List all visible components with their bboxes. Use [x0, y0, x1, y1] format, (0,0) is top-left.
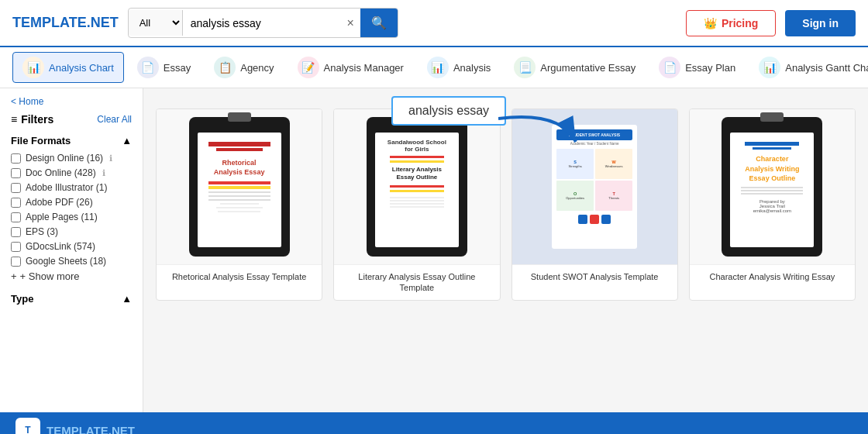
pricing-label: Pricing: [722, 17, 758, 29]
type-title: Type ▲: [11, 293, 132, 305]
template-label-literary: Literary Analysis Essay Outline Template: [334, 264, 499, 300]
footer-logo-suffix: .NET: [108, 424, 135, 435]
card2-school-name: Sandalwood Schoolfor Girls: [381, 139, 453, 153]
template-preview-rhetorical: RhetoricalAnalysis Essay: [157, 109, 322, 264]
argumentative-icon: 📃: [514, 57, 536, 78]
bar-yellow-1: [208, 186, 270, 189]
doc-icon: [601, 215, 611, 224]
search-category-select[interactable]: All: [129, 10, 183, 36]
category-label: Essay Plan: [685, 62, 735, 74]
footer-logo-text: TEMPLATE.NET: [46, 424, 135, 435]
clear-all-button[interactable]: Clear All: [97, 114, 132, 125]
template-card-literary[interactable]: Sandalwood Schoolfor Girls Literary Anal…: [333, 108, 500, 301]
line-1c: [208, 199, 270, 201]
logo-suffix: .NET: [87, 15, 119, 30]
bar-red-2: [390, 156, 444, 158]
agency-icon: 📋: [214, 57, 236, 78]
annotation-box: analysis essay: [391, 96, 506, 126]
category-item-essay-plan[interactable]: 📄 Essay Plan: [649, 52, 746, 83]
pricing-button[interactable]: 👑 Pricing: [686, 10, 776, 36]
line-2c: [390, 203, 444, 205]
card2-title: Literary AnalysisEssay Outline: [381, 166, 453, 182]
format-apple-pages: Apple Pages (11): [11, 212, 132, 222]
format-gdocslink-checkbox[interactable]: [11, 242, 21, 252]
format-doc-online-label: Doc Online (428): [26, 167, 96, 178]
category-item-argumentative[interactable]: 📃 Argumentative Essay: [504, 52, 646, 83]
format-adobe-pdf-label: Adobe PDF (26): [26, 197, 93, 208]
footer: T TEMPLATE.NET: [0, 412, 868, 434]
search-input[interactable]: [183, 11, 341, 36]
template-preview-literary: Sandalwood Schoolfor Girls Literary Anal…: [334, 109, 499, 264]
gantt-icon: 📊: [759, 57, 780, 78]
template-label-rhetorical: Rhetorical Analysis Essay Template: [157, 264, 322, 288]
info-icon[interactable]: ℹ: [109, 153, 112, 164]
category-label: Essay: [164, 62, 191, 74]
format-adobe-illustrator-checkbox[interactable]: [11, 183, 21, 193]
logo: TEMPLATE.NET: [12, 15, 119, 31]
card1-title: RhetoricalAnalysis Essay: [204, 159, 275, 177]
format-doc-online-checkbox[interactable]: [11, 168, 21, 178]
line-2a: [390, 197, 444, 198]
format-apple-pages-label: Apple Pages (11): [26, 212, 98, 222]
collapse-icon[interactable]: ▲: [122, 135, 132, 146]
clipboard-2: Sandalwood Schoolfor Girls Literary Anal…: [367, 117, 467, 257]
format-gdocslink-label: GDocsLink (574): [26, 241, 95, 252]
crown-icon: 👑: [704, 17, 717, 29]
format-google-sheets-checkbox[interactable]: [11, 257, 21, 267]
file-formats-title: File Formats ▲: [11, 135, 132, 146]
filters-header: ≡ Filters Clear All: [11, 113, 132, 126]
category-item-analysis-chart[interactable]: 📊 Analysis Chart: [12, 52, 124, 83]
show-more-button[interactable]: + + Show more: [11, 270, 132, 282]
format-adobe-pdf-checkbox[interactable]: [11, 198, 21, 208]
bar-yellow-2: [390, 160, 444, 163]
format-eps: EPS (3): [11, 226, 132, 237]
show-more-label: + Show more: [20, 270, 80, 282]
category-label: Agency: [240, 62, 274, 74]
line-2d: [390, 206, 444, 208]
swot-t: TThreats: [595, 181, 632, 211]
format-adobe-illustrator-label: Adobe Illustrator (1): [26, 182, 107, 193]
main-layout: < Home ≡ Filters Clear All File Formats …: [0, 88, 868, 412]
line-2b: [390, 200, 444, 202]
format-apple-pages-checkbox[interactable]: [11, 212, 21, 222]
search-clear-button[interactable]: ×: [340, 16, 360, 30]
category-item-analysis[interactable]: 📊 Analysis: [417, 52, 501, 83]
bar-red-2b: [390, 185, 444, 188]
word-icon: [578, 215, 587, 224]
search-container: All × 🔍: [128, 8, 398, 38]
clip-4: [760, 112, 784, 122]
breadcrumb[interactable]: < Home: [11, 96, 132, 107]
format-google-sheets: Google Sheets (18): [11, 256, 132, 267]
format-eps-checkbox[interactable]: [11, 227, 21, 237]
template-card-character[interactable]: CharacterAnalysis WritingEssay Outline P…: [689, 108, 856, 301]
template-preview-character: CharacterAnalysis WritingEssay Outline P…: [690, 109, 855, 264]
category-label: Analysis Chart: [49, 62, 114, 74]
analysis-manager-icon: 📝: [298, 57, 319, 78]
category-label: Analysis Gantt Charts: [785, 62, 868, 74]
search-button[interactable]: 🔍: [360, 9, 398, 37]
category-item-essay[interactable]: 📄 Essay: [127, 52, 201, 83]
clip-1: [228, 112, 251, 122]
category-item-agency[interactable]: 📋 Agency: [204, 52, 284, 83]
annotation-container: analysis essay: [391, 96, 506, 126]
line-1b: [208, 195, 270, 197]
format-design-online-checkbox[interactable]: [11, 153, 21, 164]
template-card-rhetorical[interactable]: RhetoricalAnalysis Essay Rhetorical Ana: [156, 108, 322, 301]
footer-logo-icon: T: [16, 418, 40, 434]
collapse-type-icon[interactable]: ▲: [122, 293, 132, 305]
header: TEMPLATE.NET All × 🔍 👑 Pricing Sign in: [0, 0, 868, 47]
plus-icon: +: [11, 270, 17, 282]
footer-logo-name: TEMPLATE: [46, 424, 108, 435]
format-eps-label: EPS (3): [26, 226, 58, 237]
clipboard-4: CharacterAnalysis WritingEssay Outline P…: [722, 117, 822, 257]
paper-4: CharacterAnalysis WritingEssay Outline P…: [730, 133, 814, 247]
format-gdocslink: GDocsLink (574): [11, 241, 132, 252]
line-4b: [741, 190, 803, 191]
search-icon: 🔍: [371, 16, 387, 29]
info-icon[interactable]: ℹ: [102, 168, 105, 178]
category-bar: 📊 Analysis Chart 📄 Essay 📋 Agency 📝 Anal…: [0, 47, 868, 88]
signin-button[interactable]: Sign in: [785, 10, 856, 36]
category-item-gantt[interactable]: 📊 Analysis Gantt Charts: [749, 52, 868, 83]
clipboard-1: RhetoricalAnalysis Essay: [189, 117, 290, 257]
category-item-analysis-manager[interactable]: 📝 Analysis Manager: [288, 52, 414, 83]
